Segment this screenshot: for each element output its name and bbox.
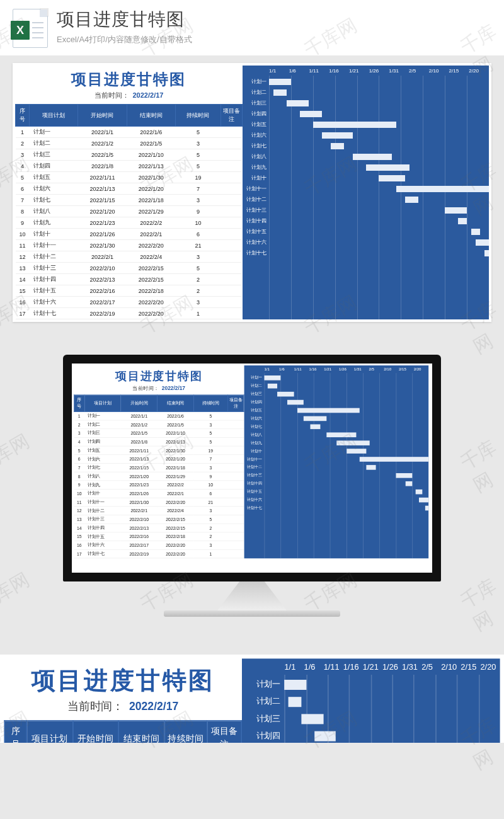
gantt-row-label: 计划十一	[243, 185, 269, 192]
gantt-bar	[327, 432, 357, 437]
gantt-row: 计划十一	[243, 183, 489, 194]
table-header: 项目计划	[26, 721, 72, 743]
current-time-label: 当前时间：	[67, 700, 123, 712]
table-row: 11计划十一2022/1/302022/2/2021	[74, 498, 244, 507]
gantt-row-label: 计划十四	[244, 481, 264, 486]
gantt-row-label: 计划十二	[244, 464, 264, 469]
table-row: 4计划四2022/1/82022/1/135	[16, 161, 243, 172]
gantt-row-label: 计划八	[243, 153, 269, 160]
gantt-row-label: 计划十六	[244, 497, 264, 502]
gantt-row: 计划六	[244, 415, 428, 423]
gantt-bar	[277, 391, 294, 396]
gantt-tick: 2/10	[384, 367, 399, 372]
table-header: 项目备注	[227, 395, 244, 412]
gantt-row-label: 计划三	[243, 100, 269, 106]
gantt-row-label: 计划六	[244, 416, 264, 421]
gantt-bar	[273, 89, 287, 96]
table-header: 持续时间	[164, 721, 207, 743]
schedule-table: 序号项目计划开始时间结束时间持续时间项目备注1计划一2022/1/12022/1…	[15, 104, 243, 319]
gantt-bar	[269, 79, 291, 85]
gantt-row-label: 计划十	[243, 175, 269, 181]
table-header: 序号	[74, 395, 84, 412]
gantt-bar	[360, 457, 429, 462]
gantt-bar	[304, 416, 327, 421]
gantt-tick: 1/16	[329, 68, 349, 74]
current-time-value: 2022/2/17	[162, 385, 185, 391]
gantt-row: 计划二	[243, 87, 489, 98]
gantt-row-label: 计划十三	[244, 472, 264, 478]
table-header: 结束时间	[127, 105, 175, 127]
table-header: 持续时间	[175, 105, 220, 127]
gantt-bar	[379, 175, 405, 181]
gantt-row: 计划十七	[243, 248, 489, 258]
gantt-bar	[445, 207, 467, 214]
table-row: 16计划十六2022/2/172022/2/203	[74, 541, 244, 550]
gantt-row-label: 计划十四	[243, 217, 269, 224]
table-row: 17计划十七2022/2/192022/2/201	[16, 308, 243, 319]
gantt-bar	[300, 111, 322, 117]
table-row: 10计划十2022/1/262022/2/16	[16, 229, 243, 240]
template-preview: 项目进度甘特图当前时间：2022/2/17序号项目计划开始时间结束时间持续时间项…	[13, 63, 491, 322]
gantt-row: 计划一	[243, 76, 489, 87]
gantt-bar	[268, 384, 278, 389]
gantt-chart: 1/11/61/111/161/211/261/312/52/102/152/2…	[244, 365, 428, 558]
gantt-row-label: 计划三	[242, 713, 284, 724]
gantt-row: 计划十六	[244, 496, 428, 504]
gantt-row-label: 计划五	[244, 408, 264, 413]
gantt-row-label: 计划八	[244, 432, 264, 437]
doc-title: 项目进度甘特图	[74, 365, 244, 384]
excel-badge-letter: X	[11, 21, 30, 40]
table-row: 14计划十四2022/2/132022/2/152	[74, 524, 244, 532]
gantt-tick: 2/5	[409, 68, 429, 74]
gantt-bar	[313, 122, 397, 128]
table-header: 结束时间	[158, 395, 194, 412]
gantt-row-label: 计划九	[244, 440, 264, 445]
table-row: 2计划二2022/1/22022/1/53	[74, 420, 244, 429]
gantt-row-label: 计划二	[242, 696, 284, 707]
gantt-tick: 2/15	[449, 68, 469, 74]
gantt-row: 计划十六	[243, 237, 489, 248]
gantt-bar	[264, 375, 280, 381]
gantt-tick: 1/11	[294, 367, 309, 372]
gantt-row: 计划十五	[244, 488, 428, 496]
gantt-row-label: 计划一	[243, 78, 269, 85]
page-header: X 项目进度甘特图 Excel/A4打印/内容随意修改/自带格式	[0, 0, 504, 55]
table-row: 9计划九2022/1/232022/2/210	[74, 481, 244, 490]
gantt-row: 计划三	[244, 390, 428, 398]
gantt-tick: 1/16	[343, 663, 363, 672]
gantt-row: 计划十	[244, 447, 428, 455]
table-row: 12计划十二2022/2/12022/2/43	[16, 251, 243, 263]
gantt-bar	[458, 218, 467, 224]
gantt-tick: 1/6	[304, 663, 324, 672]
table-row: 3计划三2022/1/52022/1/105	[74, 429, 244, 438]
gantt-bar	[284, 679, 306, 689]
gantt-chart: 1/11/61/111/161/211/261/312/52/102/152/2…	[243, 66, 489, 319]
table-header: 序号	[16, 105, 30, 127]
gantt-tick: 2/20	[480, 663, 500, 672]
gantt-row-label: 计划十五	[244, 489, 264, 494]
current-time-value: 2022/2/17	[133, 91, 164, 99]
table-row: 6计划六2022/1/132022/1/207	[16, 183, 243, 195]
gantt-bar	[310, 424, 320, 429]
gantt-chart: 1/11/61/111/161/211/261/312/52/102/152/2…	[242, 658, 500, 743]
gantt-bar	[419, 497, 429, 502]
gantt-tick: 1/16	[309, 367, 324, 372]
gantt-row: 计划十三	[244, 471, 428, 479]
gantt-row: 计划九	[243, 162, 489, 173]
table-row: 14计划十四2022/2/132022/2/152	[16, 274, 243, 285]
table-row: 17计划十七2022/2/192022/2/201	[74, 549, 244, 558]
gantt-row: 计划十二	[244, 463, 428, 471]
gantt-tick: 2/10	[429, 68, 449, 74]
gantt-bar	[396, 186, 489, 192]
gantt-row-label: 计划十六	[243, 239, 269, 246]
gantt-row: 计划十二	[243, 194, 489, 205]
gantt-row-label: 计划七	[244, 424, 264, 429]
gantt-row-label: 计划十七	[243, 249, 269, 256]
table-header: 项目计划	[30, 105, 78, 127]
gantt-row: 计划一	[242, 676, 500, 693]
gantt-bar	[366, 465, 376, 470]
gantt-row-label: 计划十一	[244, 456, 264, 461]
gantt-tick: 2/20	[414, 367, 429, 372]
gantt-tick: 1/26	[339, 367, 354, 372]
gantt-row-label: 计划一	[244, 375, 264, 380]
